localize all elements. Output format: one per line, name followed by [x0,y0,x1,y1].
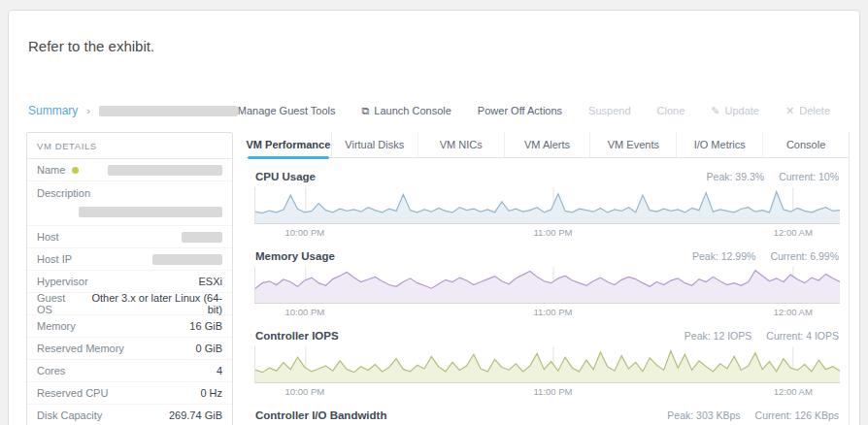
vm-detail-value: 4 [217,365,222,376]
axis-time-label: 12:00 AM [774,227,813,238]
toolbar-power-off-actions[interactable]: Power Off Actions [478,105,562,116]
axis-time-label: 10:00 PM [285,307,325,317]
chart-axis: 10:00 PM11:00 PM12:00 AM [254,304,840,317]
chart-title: Controller IOPS [255,330,339,342]
toolbar-item-label: Launch Console [374,105,451,116]
chart-peak: Peak: 12.99% [692,250,755,262]
chart-plot[interactable] [254,346,840,383]
vm-detail-row-reserved-cpu: Reserved CPU 0 Hz [27,382,232,405]
vm-detail-label: Description [37,187,222,199]
chart-title: Memory Usage [255,250,335,262]
vm-detail-label: Host [37,231,59,243]
chart-peak: Peak: 12 IOPS [684,330,751,342]
axis-time-label: 10:00 PM [285,386,325,397]
vm-detail-label-text: Name [37,164,65,176]
vm-detail-label-text: Memory [37,320,76,332]
vm-detail-label: Name [37,164,79,176]
breadcrumb: Summary › Manage Guest Tools ⧉ Launch Co… [28,104,850,117]
vm-detail-label-text: Guest OS [37,292,83,315]
tab-vm-events[interactable]: VM Events [590,132,677,157]
chart-current: Current: 4 IOPS [766,330,839,342]
chart-title: Controller I/O Bandwidth [255,409,386,421]
tab-vm-performance[interactable]: VM Performance [246,132,332,157]
vm-detail-row-host: Host [27,226,232,248]
toolbar-launch-console[interactable]: ⧉ Launch Console [361,105,451,117]
chart-current: Current: 6.99% [770,250,839,262]
axis-time-label: 11:00 PM [534,227,573,238]
delete-icon: ✕ [785,105,794,117]
page-title: Refer to the exhibit. [28,38,154,54]
vm-detail-label-text: Hypervisor [37,276,88,287]
axis-time-label: 10:00 PM [285,227,325,238]
vm-detail-value: 269.74 GiB [169,409,222,421]
vm-detail-label-text: Host [37,231,59,243]
redacted-value [79,207,222,217]
redacted-value [152,254,222,265]
vm-detail-label: Disk Capacity [37,409,102,421]
update-icon: ✎ [711,105,719,117]
axis-time-label: 12:00 AM [774,386,813,397]
launch-console-icon: ⧉ [361,105,369,117]
tab-virtual-disks[interactable]: Virtual Disks [332,132,418,157]
redacted-value [108,165,222,176]
vm-details-panel: VM DETAILS Name Description Host Host IP [26,132,233,425]
chart-current: Current: 126 KBps [755,409,839,421]
toolbar-item-label: Power Off Actions [478,105,562,116]
vm-detail-label-text: Reserved CPU [37,387,108,399]
axis-time-label: 11:00 PM [534,386,573,397]
tab-vm-nics[interactable]: VM NICs [418,132,505,157]
tab-label: VM Alerts [524,139,570,150]
chart-peak: Peak: 303 KBps [667,409,740,421]
vm-content-area: VM Performance Virtual Disks VM NICs VM … [246,132,850,425]
toolbar-item-label: Update [725,105,759,116]
vm-detail-label: Cores [37,365,65,376]
tab-console[interactable]: Console [763,132,849,157]
vm-detail-row-name: Name [27,159,232,181]
toolbar-item-label: Manage Guest Tools [238,105,336,116]
vm-detail-value: Other 3.x or later Linux (64-bit) [83,292,222,315]
toolbar-delete: ✕ Delete [785,105,830,117]
vm-detail-row-cores: Cores 4 [27,360,232,382]
vm-detail-row-reserved-memory: Reserved Memory 0 GiB [27,338,232,360]
toolbar: Manage Guest Tools ⧉ Launch Console Powe… [238,105,850,117]
vm-detail-label-text: Disk Capacity [37,409,102,421]
vm-detail-label: Host IP [37,253,72,265]
vm-details-rows: Name Description Host Host IP Hypervisor [27,159,232,425]
vm-detail-row-guest-os: Guest OS Other 3.x or later Linux (64-bi… [27,293,232,315]
tab-vm-alerts[interactable]: VM Alerts [505,132,591,157]
vm-detail-label-text: Reserved Memory [37,343,124,354]
toolbar-item-label: Delete [799,105,830,116]
breadcrumb-summary-link[interactable]: Summary [28,104,78,117]
chart-current: Current: 10% [779,171,839,182]
chart-plot[interactable] [254,267,840,304]
tab-i-o-metrics[interactable]: I/O Metrics [677,132,763,157]
tab-label: VM Performance [247,139,331,150]
vm-detail-label: Reserved Memory [37,343,124,354]
tab-label: VM NICs [440,139,483,150]
toolbar-manage-guest-tools[interactable]: Manage Guest Tools [238,105,336,116]
vm-detail-row-memory: Memory 16 GiB [27,315,232,338]
chart-axis: 10:00 PM11:00 PM12:00 AM [254,224,840,238]
redacted-value [182,232,222,243]
chart-axis: 10:00 PM11:00 PM12:00 AM [254,383,840,397]
vm-detail-label-text: Description [37,187,90,199]
exhibit-card: Refer to the exhibit. Summary › Manage G… [8,10,860,425]
vm-detail-label: Memory [37,320,76,332]
chart-svg [255,346,840,382]
vm-detail-value: 0 Hz [200,387,222,399]
chart-peak: Peak: 39.3% [707,171,765,182]
power-status-icon [72,167,79,174]
chart-svg [255,267,840,303]
toolbar-suspend: Suspend [588,105,630,116]
tab-label: Console [786,139,825,150]
axis-time-label: 12:00 AM [774,307,813,317]
axis-time-label: 11:00 PM [534,307,573,317]
vm-detail-value: 0 GiB [195,343,222,354]
chart-plot[interactable] [254,187,840,224]
toolbar-update: ✎ Update [711,105,759,117]
tab-label: I/O Metrics [694,139,746,150]
tab-label: VM Events [608,139,659,150]
toolbar-clone: Clone [657,105,685,116]
vm-detail-label: Guest OS [37,292,83,315]
vm-detail-value: ESXi [199,276,222,287]
